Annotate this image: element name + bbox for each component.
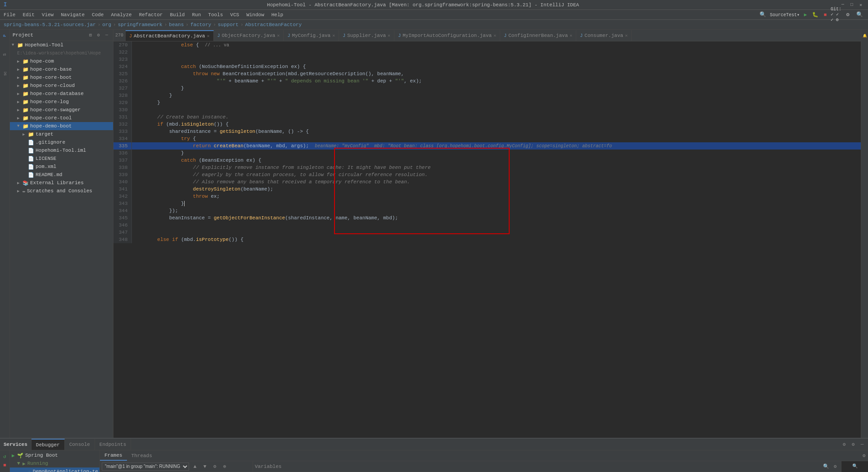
search-btn[interactable]: 🔍 bbox=[854, 10, 864, 20]
git-label: Git: ✓ ✓ ✓ ⚙ bbox=[831, 10, 841, 20]
menu-edit[interactable]: Edit bbox=[19, 10, 38, 19]
code-line-324: 324 catch (NoSuchBeanDefinitionException… bbox=[113, 63, 861, 70]
menu-refactor[interactable]: Refactor bbox=[136, 10, 167, 19]
tab-myimport[interactable]: J MyImportAutoConfiguration.java ✕ bbox=[394, 30, 500, 41]
tree-item-com[interactable]: ▶ 📁 hope-com bbox=[10, 57, 113, 65]
menu-build[interactable]: Build bbox=[166, 10, 188, 19]
service-springboot-item[interactable]: ▶ 🌱 Spring Boot bbox=[10, 451, 99, 459]
bottom-tab-endpoints[interactable]: Endpoints bbox=[95, 439, 131, 450]
collapse-all-btn[interactable]: ⊞ bbox=[87, 32, 94, 39]
tree-item-iml[interactable]: 📄 Hopehomi-Tool.iml bbox=[10, 146, 113, 154]
project-root[interactable]: ▼ 📁 Hopehomi-Tool bbox=[10, 41, 113, 49]
tab-close-objectfactory[interactable]: ✕ bbox=[277, 33, 280, 38]
menu-help[interactable]: Help bbox=[268, 10, 287, 19]
tree-item-core-tool[interactable]: ▶ 📁 hope-core-tool bbox=[10, 114, 113, 122]
stop-button[interactable]: ■ bbox=[821, 11, 829, 19]
bottom-tab-services-label[interactable]: Services bbox=[0, 439, 32, 450]
tree-item-core-database[interactable]: ▶ 📁 hope-core-database bbox=[10, 90, 113, 98]
tab-icon-co: J bbox=[580, 33, 583, 38]
bc-beans[interactable]: beans bbox=[169, 22, 184, 27]
tree-item-core-base[interactable]: ▶ 📁 hope-core-base bbox=[10, 65, 113, 73]
debug-tab-threads[interactable]: Threads bbox=[127, 450, 157, 461]
menu-navigate[interactable]: Navigate bbox=[57, 10, 88, 19]
service-running-item[interactable]: ▼ ▶ Running bbox=[10, 459, 99, 467]
tab-close-configinner[interactable]: ✕ bbox=[570, 33, 572, 38]
tree-item-core-swagger[interactable]: ▶ 📁 hope-core-swagger bbox=[10, 106, 113, 114]
tab-supplier[interactable]: J Supplier.java ✕ bbox=[339, 30, 394, 41]
frame-filter-btn[interactable]: ⚙ bbox=[211, 463, 219, 471]
var-settings-btn[interactable]: ⚙ bbox=[831, 463, 839, 471]
springboot-label: Spring Boot bbox=[25, 453, 58, 458]
structure-icon[interactable]: S bbox=[1, 50, 9, 59]
code-line-333: 333 sharedInstance = getSingleton(beanNa… bbox=[113, 128, 861, 135]
bc-springframework[interactable]: springframework bbox=[118, 22, 163, 27]
settings-btn[interactable]: ⚙ bbox=[843, 10, 853, 20]
menu-run[interactable]: Run bbox=[188, 10, 204, 19]
debug-tab-frames[interactable]: Frames bbox=[100, 450, 127, 461]
tree-item-external[interactable]: ▶ 📚 External Libraries bbox=[10, 179, 113, 187]
tree-item-scratches[interactable]: ▶ ✏ Scratches and Consoles bbox=[10, 187, 113, 195]
maximize-button[interactable]: □ bbox=[848, 1, 855, 9]
menu-window[interactable]: Window bbox=[243, 10, 268, 19]
tree-item-pom[interactable]: 📄 pom.xml bbox=[10, 163, 113, 171]
close-button[interactable]: ✕ bbox=[857, 1, 864, 9]
debug-button[interactable]: 🐛 bbox=[811, 11, 819, 19]
tab-close-consumer[interactable]: ✕ bbox=[625, 33, 628, 38]
menu-code[interactable]: Code bbox=[88, 10, 107, 19]
tab-icon-java: J bbox=[129, 34, 132, 39]
service-demo-app[interactable]: ☕ DemoBootApplication-te bbox=[10, 467, 99, 472]
bottom-tab-console[interactable]: Console bbox=[65, 439, 95, 450]
tree-item-demo-boot[interactable]: ▼ 📁 hope-demo-boot bbox=[10, 122, 113, 130]
tab-configinner[interactable]: J ConfigInnerBean.java ✕ bbox=[500, 30, 576, 41]
notifications-icon[interactable]: 🔔 bbox=[861, 32, 868, 40]
tree-item-core-log[interactable]: ▶ 📁 hope-core-log bbox=[10, 98, 113, 106]
thread-selector[interactable]: "main"@1 in group "main": RUNNING bbox=[102, 463, 189, 471]
tab-consumer[interactable]: J Consumer.java ✕ bbox=[576, 30, 632, 41]
code-editor[interactable]: 270 else { // ... va 322 323 324 bbox=[113, 41, 861, 438]
rerun-btn[interactable]: ↺ bbox=[1, 452, 9, 460]
run-button[interactable]: ▶ bbox=[801, 11, 809, 19]
count-search-btn[interactable]: 🔍 bbox=[851, 462, 859, 470]
frame-down-btn[interactable]: ▼ bbox=[201, 463, 209, 471]
tree-item-core-cloud[interactable]: ▶ 📁 hope-core-cloud bbox=[10, 82, 113, 90]
bc-support[interactable]: support bbox=[218, 22, 239, 27]
resume-btn[interactable]: ▶ bbox=[1, 470, 9, 472]
services-settings-btn[interactable]: ⚙ bbox=[840, 440, 848, 449]
stop-service-btn[interactable]: ■ bbox=[1, 461, 9, 469]
tab-close-abstractbeanfactory[interactable]: ✕ bbox=[207, 33, 209, 39]
services-minimize-btn[interactable]: ─ bbox=[858, 440, 866, 449]
frame-copy-btn[interactable]: ⊕ bbox=[221, 463, 229, 471]
menu-view[interactable]: View bbox=[38, 10, 57, 19]
tree-item-readme[interactable]: 📄 README.md bbox=[10, 171, 113, 179]
tree-item-gitignore[interactable]: 📄 .gitignore bbox=[10, 138, 113, 146]
tab-myconfig[interactable]: J MyConfig.java ✕ bbox=[284, 30, 339, 41]
var-search-btn[interactable]: 🔍 bbox=[822, 463, 830, 471]
menu-file[interactable]: File bbox=[0, 10, 19, 19]
services-gear-btn[interactable]: ⚙ bbox=[849, 440, 857, 449]
tab-close-myconfig[interactable]: ✕ bbox=[332, 33, 335, 38]
menu-analyze[interactable]: Analyze bbox=[107, 10, 135, 19]
bc-org[interactable]: org bbox=[102, 22, 111, 27]
search-everywhere-btn[interactable]: 🔍 bbox=[758, 10, 768, 20]
tree-item-target[interactable]: ▶ 📁 target bbox=[10, 130, 113, 138]
project-settings-btn[interactable]: ⚙ bbox=[95, 32, 102, 39]
project-view-icon[interactable]: P bbox=[1, 32, 9, 40]
tab-abstractbeanfactory[interactable]: J AbstractBeanFactory.java ✕ bbox=[126, 30, 213, 41]
menu-tools[interactable]: Tools bbox=[204, 10, 226, 19]
project-close-btn[interactable]: ─ bbox=[103, 32, 110, 39]
frame-up-btn[interactable]: ▲ bbox=[191, 463, 199, 471]
bottom-tab-debugger[interactable]: Debugger bbox=[32, 439, 65, 450]
debug-settings-btn[interactable]: ⚙ bbox=[860, 452, 868, 460]
tab-close-myimport[interactable]: ✕ bbox=[493, 33, 496, 38]
tab-objectfactory[interactable]: J ObjectFactory.java ✕ bbox=[214, 30, 284, 41]
tab-close-supplier[interactable]: ✕ bbox=[388, 33, 390, 38]
tree-item-core-boot[interactable]: ▶ 📁 hope-core-boot bbox=[10, 73, 113, 82]
bc-factory[interactable]: factory bbox=[190, 22, 211, 27]
tree-item-license[interactable]: 📄 LICENSE bbox=[10, 154, 113, 163]
tab-icon-mi: J bbox=[398, 33, 401, 38]
bc-abstractbeanfactory[interactable]: AbstractBeanFactory bbox=[245, 22, 302, 27]
menu-vcs[interactable]: VCS bbox=[226, 10, 243, 19]
count-settings-btn[interactable]: ⚙ bbox=[851, 470, 859, 472]
bc-project[interactable]: spring-beans-5.3.21-sources.jar bbox=[4, 22, 96, 27]
scviewer-icon[interactable]: SC bbox=[1, 69, 9, 77]
